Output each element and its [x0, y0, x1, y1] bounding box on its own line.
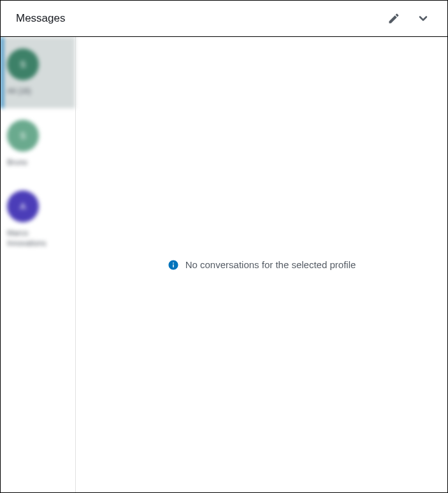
- profile-sidebar: S All (16) S Bruno A Marco Innovations: [1, 37, 76, 492]
- profile-item[interactable]: A Marco Innovations: [1, 179, 75, 260]
- avatar-letter: S: [20, 131, 25, 141]
- header-actions: [385, 10, 432, 27]
- messages-panel: Messages S All (16): [0, 0, 448, 493]
- compose-button[interactable]: [385, 10, 403, 27]
- collapse-button[interactable]: [414, 10, 432, 27]
- conversation-area: No conversations for the selected profil…: [76, 37, 447, 492]
- empty-message: No conversations for the selected profil…: [185, 259, 356, 270]
- profile-label: Bruno: [7, 158, 27, 168]
- profile-label: Marco Innovations: [7, 229, 64, 248]
- chevron-down-icon: [417, 12, 430, 25]
- profile-item[interactable]: S Bruno: [1, 108, 75, 180]
- page-title: Messages: [16, 12, 65, 25]
- pencil-icon: [387, 12, 400, 25]
- avatar: S: [7, 48, 39, 80]
- info-icon: [168, 259, 179, 271]
- profile-label: All (16): [7, 87, 31, 97]
- avatar-letter: S: [20, 59, 25, 69]
- avatar: A: [7, 190, 39, 222]
- messages-body: S All (16) S Bruno A Marco Innovations: [1, 37, 447, 492]
- profile-item[interactable]: S All (16): [1, 37, 75, 108]
- avatar-letter: A: [20, 201, 25, 211]
- empty-state: No conversations for the selected profil…: [168, 259, 356, 271]
- avatar: S: [7, 120, 39, 152]
- messages-header: Messages: [1, 1, 447, 37]
